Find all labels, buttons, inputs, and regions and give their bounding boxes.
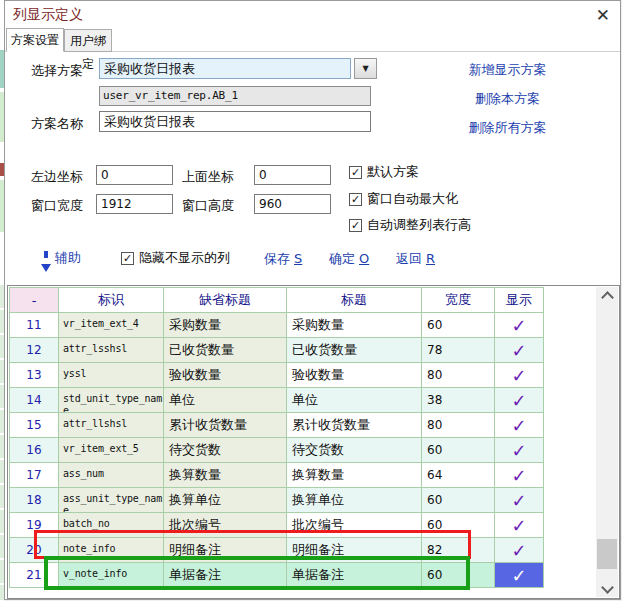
check-icon: ✓ bbox=[511, 365, 526, 386]
tab-scheme-settings[interactable]: 方案设置 bbox=[6, 28, 64, 52]
cell-identifier[interactable]: vr_item_ext_4 bbox=[59, 313, 164, 338]
cell-title[interactable]: 采购数量 bbox=[287, 313, 422, 338]
delete-all-schemes-link[interactable]: 删除所有方案 bbox=[469, 119, 547, 137]
cell-title[interactable]: 验收数量 bbox=[287, 363, 422, 388]
cell-default-title[interactable]: 明细备注 bbox=[164, 538, 287, 563]
cell-display[interactable]: ✓ bbox=[495, 488, 544, 513]
auxiliary-button[interactable]: 辅助 bbox=[41, 249, 81, 267]
close-icon[interactable]: ✕ bbox=[596, 5, 610, 25]
cell-identifier[interactable]: vr_item_ext_5 bbox=[59, 438, 164, 463]
dropdown-arrow-icon[interactable]: ▼ bbox=[354, 58, 377, 79]
cell-row-number[interactable]: 17 bbox=[10, 463, 59, 488]
cell-display[interactable]: ✓ bbox=[495, 563, 544, 588]
cell-width[interactable]: 80 bbox=[422, 363, 495, 388]
cell-identifier[interactable]: attr_lsshsl bbox=[59, 338, 164, 363]
cell-row-number[interactable]: 18 bbox=[10, 488, 59, 513]
cell-title[interactable]: 换算数量 bbox=[287, 463, 422, 488]
ok-button[interactable]: 确定O bbox=[329, 250, 369, 268]
cell-display[interactable]: ✓ bbox=[495, 438, 544, 463]
cell-display[interactable]: ✓ bbox=[495, 538, 544, 563]
window-width-label: 窗口宽度 bbox=[31, 197, 83, 215]
save-button[interactable]: 保存S bbox=[264, 250, 302, 268]
cell-identifier[interactable]: note_info bbox=[59, 538, 164, 563]
auto-row-height-checkbox[interactable]: ✓ 自动调整列表行高 bbox=[349, 216, 471, 234]
cell-identifier[interactable]: ass_unit_type_name bbox=[59, 488, 164, 513]
cell-default-title[interactable]: 批次编号 bbox=[164, 513, 287, 538]
delete-scheme-link[interactable]: 删除本方案 bbox=[475, 90, 540, 108]
cell-title[interactable]: 已收货数量 bbox=[287, 338, 422, 363]
tab-user-binding[interactable]: 用户绑定 bbox=[64, 29, 112, 52]
header-identifier[interactable]: 标识 bbox=[59, 288, 164, 313]
header-display[interactable]: 显示 bbox=[495, 288, 544, 313]
cell-default-title[interactable]: 换算单位 bbox=[164, 488, 287, 513]
cell-default-title[interactable]: 已收货数量 bbox=[164, 338, 287, 363]
cell-display[interactable]: ✓ bbox=[495, 413, 544, 438]
cell-width[interactable]: 82 bbox=[422, 538, 495, 563]
cell-title[interactable]: 明细备注 bbox=[287, 538, 422, 563]
cell-identifier[interactable]: attr_llshsl bbox=[59, 413, 164, 438]
cell-title[interactable]: 单据备注 bbox=[287, 563, 422, 588]
cell-row-number[interactable]: 20 bbox=[10, 538, 59, 563]
cell-title[interactable]: 换算单位 bbox=[287, 488, 422, 513]
default-scheme-checkbox[interactable]: ✓ 默认方案 bbox=[349, 163, 419, 181]
cell-width[interactable]: 60 bbox=[422, 513, 495, 538]
cell-row-number[interactable]: 13 bbox=[10, 363, 59, 388]
cell-identifier[interactable]: std_unit_type_name bbox=[59, 388, 164, 413]
scrollbar-thumb[interactable] bbox=[597, 539, 617, 569]
cell-identifier[interactable]: ass_num bbox=[59, 463, 164, 488]
cell-display[interactable]: ✓ bbox=[495, 338, 544, 363]
cell-default-title[interactable]: 采购数量 bbox=[164, 313, 287, 338]
cell-default-title[interactable]: 待交货数 bbox=[164, 438, 287, 463]
cell-title[interactable]: 累计收货数量 bbox=[287, 413, 422, 438]
scheme-dropdown[interactable]: 采购收货日报表 bbox=[99, 58, 351, 79]
check-icon: ✓ bbox=[511, 515, 526, 536]
scheme-name-input[interactable]: 采购收货日报表 bbox=[99, 111, 371, 132]
cell-row-number[interactable]: 14 bbox=[10, 388, 59, 413]
header-row-number[interactable]: - bbox=[10, 288, 59, 313]
cell-default-title[interactable]: 换算数量 bbox=[164, 463, 287, 488]
cell-width[interactable]: 38 bbox=[422, 388, 495, 413]
cell-identifier[interactable]: batch_no bbox=[59, 513, 164, 538]
window-height-input[interactable]: 960 bbox=[254, 194, 331, 214]
hide-hidden-columns-checkbox[interactable]: ✓ 隐藏不显示的列 bbox=[121, 249, 230, 267]
scroll-down-icon[interactable] bbox=[596, 581, 618, 597]
cell-display[interactable]: ✓ bbox=[495, 388, 544, 413]
cell-row-number[interactable]: 15 bbox=[10, 413, 59, 438]
cell-row-number[interactable]: 11 bbox=[10, 313, 59, 338]
cell-identifier[interactable]: yssl bbox=[59, 363, 164, 388]
cell-width[interactable]: 60 bbox=[422, 563, 495, 588]
cell-title[interactable]: 单位 bbox=[287, 388, 422, 413]
cell-display[interactable]: ✓ bbox=[495, 363, 544, 388]
cell-display[interactable]: ✓ bbox=[495, 463, 544, 488]
top-coord-input[interactable]: 0 bbox=[254, 165, 331, 185]
window-width-input[interactable]: 1912 bbox=[96, 194, 173, 214]
cell-row-number[interactable]: 21 bbox=[10, 563, 59, 588]
cell-default-title[interactable]: 验收数量 bbox=[164, 363, 287, 388]
cell-row-number[interactable]: 16 bbox=[10, 438, 59, 463]
cell-default-title[interactable]: 单据备注 bbox=[164, 563, 287, 588]
cell-title[interactable]: 批次编号 bbox=[287, 513, 422, 538]
vertical-scrollbar[interactable] bbox=[596, 287, 618, 597]
cell-display[interactable]: ✓ bbox=[495, 313, 544, 338]
cell-width[interactable]: 64 bbox=[422, 463, 495, 488]
cell-title[interactable]: 待交货数 bbox=[287, 438, 422, 463]
cell-row-number[interactable]: 12 bbox=[10, 338, 59, 363]
header-default-title[interactable]: 缺省标题 bbox=[164, 288, 287, 313]
cell-identifier[interactable]: v_note_info bbox=[59, 563, 164, 588]
cell-width[interactable]: 60 bbox=[422, 488, 495, 513]
cell-default-title[interactable]: 累计收货数量 bbox=[164, 413, 287, 438]
add-scheme-link[interactable]: 新增显示方案 bbox=[469, 61, 547, 79]
cell-width[interactable]: 80 bbox=[422, 413, 495, 438]
back-button[interactable]: 返回R bbox=[396, 250, 435, 268]
cell-row-number[interactable]: 19 bbox=[10, 513, 59, 538]
header-title[interactable]: 标题 bbox=[287, 288, 422, 313]
cell-display[interactable]: ✓ bbox=[495, 513, 544, 538]
scroll-up-icon[interactable] bbox=[596, 287, 618, 303]
cell-width[interactable]: 60 bbox=[422, 313, 495, 338]
left-coord-input[interactable]: 0 bbox=[96, 165, 173, 185]
cell-width[interactable]: 78 bbox=[422, 338, 495, 363]
header-width[interactable]: 宽度 bbox=[422, 288, 495, 313]
cell-width[interactable]: 60 bbox=[422, 438, 495, 463]
cell-default-title[interactable]: 单位 bbox=[164, 388, 287, 413]
auto-maximize-checkbox[interactable]: ✓ 窗口自动最大化 bbox=[349, 190, 458, 208]
